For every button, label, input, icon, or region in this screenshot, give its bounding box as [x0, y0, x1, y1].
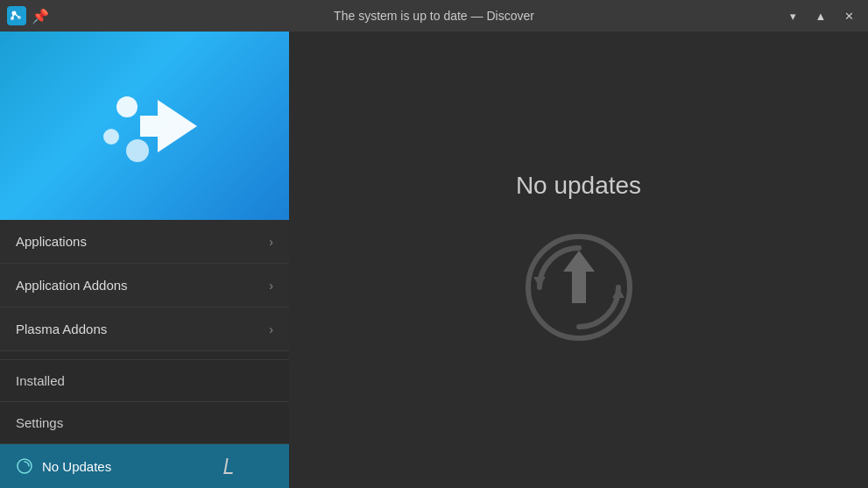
- sidebar-item-settings[interactable]: Settings: [0, 401, 289, 443]
- no-updates-nav-label: No Updates: [42, 459, 111, 474]
- bottom-nav: Installed Settings No Updates: [0, 359, 289, 488]
- window-controls: ▾ ▲ ✕: [780, 4, 861, 28]
- minimize-button[interactable]: ▾: [780, 4, 805, 28]
- maximize-button[interactable]: ▲: [808, 4, 833, 28]
- sidebar-banner: [0, 32, 289, 220]
- no-updates-icon: [518, 226, 640, 349]
- svg-marker-9: [140, 100, 197, 152]
- sidebar-item-applications[interactable]: Applications ›: [0, 220, 289, 264]
- sidebar-item-plasma-addons[interactable]: Plasma Addons ›: [0, 308, 289, 351]
- titlebar: 📌 The system is up to date — Discover ▾ …: [0, 0, 868, 32]
- updates-icon: [16, 457, 33, 475]
- installed-label: Installed: [16, 373, 65, 388]
- pin-icon[interactable]: 📌: [32, 8, 49, 25]
- svg-marker-12: [563, 251, 595, 303]
- svg-point-7: [103, 129, 119, 145]
- content-area: No updates: [289, 32, 868, 488]
- application-addons-arrow: ›: [269, 279, 273, 293]
- titlebar-left: 📌: [7, 6, 49, 25]
- sidebar-item-installed[interactable]: Installed: [0, 359, 289, 401]
- svg-point-6: [116, 96, 138, 117]
- nav-section: Applications › Application Addons › Plas…: [0, 220, 289, 351]
- discover-logo: [74, 74, 215, 179]
- cursor-indicator: [224, 458, 236, 474]
- sidebar-item-application-addons[interactable]: Application Addons ›: [0, 264, 289, 308]
- window-title: The system is up to date — Discover: [334, 9, 534, 23]
- applications-label: Applications: [16, 234, 87, 249]
- settings-label: Settings: [16, 415, 63, 430]
- no-updates-heading: No updates: [516, 172, 641, 200]
- applications-arrow: ›: [269, 235, 273, 249]
- svg-marker-14: [612, 287, 625, 298]
- sidebar: Applications › Application Addons › Plas…: [0, 32, 289, 488]
- plasma-addons-arrow: ›: [269, 322, 273, 336]
- svg-marker-13: [533, 277, 546, 287]
- svg-point-8: [126, 139, 149, 162]
- app-icon: [7, 6, 26, 25]
- main-container: Applications › Application Addons › Plas…: [0, 32, 868, 488]
- application-addons-label: Application Addons: [16, 278, 128, 293]
- plasma-addons-label: Plasma Addons: [16, 322, 107, 336]
- close-button[interactable]: ✕: [836, 4, 861, 28]
- sidebar-item-no-updates[interactable]: No Updates: [0, 443, 289, 488]
